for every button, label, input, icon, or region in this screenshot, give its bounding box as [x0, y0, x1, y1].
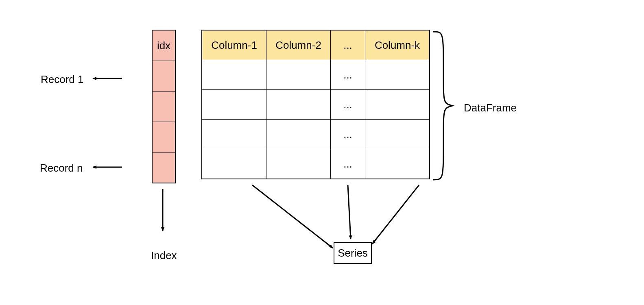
data-cell: [266, 90, 331, 120]
data-cell: [202, 149, 266, 179]
record-1-label: Record 1: [41, 73, 84, 86]
columnk-to-series-arrow: [372, 185, 419, 244]
column-header: Column-k: [365, 30, 430, 60]
index-cell: [152, 92, 175, 122]
ellipsis-cell: ...: [331, 149, 365, 179]
data-cell: [365, 90, 430, 120]
data-cell: [202, 90, 266, 120]
series-label: Series: [338, 247, 368, 259]
index-cell: [152, 152, 175, 183]
data-cell: [266, 149, 331, 179]
table-row: ...: [202, 149, 430, 179]
record-n-label: Record n: [40, 162, 83, 174]
table-row: ...: [202, 120, 430, 149]
ellipsis-cell: ...: [331, 120, 365, 149]
diagram-stage: Record 1 Record n idx Column-1 Column-2 …: [0, 0, 644, 305]
table-row: ...: [202, 60, 430, 90]
column-ellipsis-to-series-arrow: [348, 185, 351, 239]
index-header-cell: idx: [152, 30, 175, 61]
dataframe-label: DataFrame: [464, 102, 517, 114]
dataframe-table: Column-1 Column-2 ... Column-k ... ... .…: [201, 30, 430, 179]
column1-to-series-arrow: [252, 185, 333, 248]
column-header: Column-2: [266, 30, 331, 60]
header-row: Column-1 Column-2 ... Column-k: [202, 30, 430, 60]
data-cell: [365, 60, 430, 90]
data-cell: [365, 149, 430, 179]
data-cell: [266, 120, 331, 149]
data-cell: [365, 120, 430, 149]
index-column: idx: [152, 30, 176, 183]
data-cell: [202, 120, 266, 149]
dataframe-brace-icon: [433, 32, 452, 180]
data-cell: [202, 60, 266, 90]
ellipsis-cell: ...: [331, 90, 365, 120]
table-row: ...: [202, 90, 430, 120]
ellipsis-cell: ...: [331, 60, 365, 90]
column-header: Column-1: [202, 30, 266, 60]
index-cell: [152, 122, 175, 152]
data-cell: [266, 60, 331, 90]
index-label: Index: [151, 249, 177, 262]
column-header: ...: [331, 30, 365, 60]
series-box: Series: [334, 242, 372, 264]
index-cell: [152, 61, 175, 92]
